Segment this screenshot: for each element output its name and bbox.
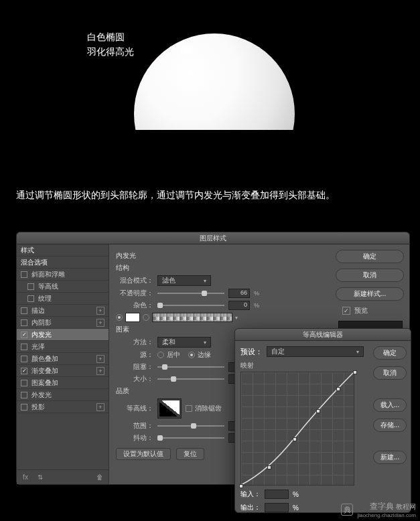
styles-header[interactable]: 样式 — [17, 244, 109, 256]
opacity-field[interactable]: 66 — [228, 289, 250, 298]
antialias-checkbox[interactable] — [186, 405, 192, 412]
effect-item-11[interactable]: 投影+ — [17, 401, 109, 413]
ce-new-button[interactable]: 新建... — [373, 451, 407, 464]
effect-checkbox[interactable] — [21, 368, 27, 374]
size-label: 大小： — [116, 374, 153, 384]
size-slider[interactable] — [157, 378, 224, 380]
ce-cancel-button[interactable]: 取消 — [373, 366, 407, 380]
effect-item-0[interactable]: 斜面和浮雕 — [17, 269, 109, 281]
contour-grid[interactable] — [240, 372, 354, 486]
effect-label: 纹理 — [38, 293, 104, 305]
noise-label: 杂色： — [116, 301, 153, 310]
trash-icon[interactable]: 🗑 — [95, 473, 104, 482]
range-label: 范围： — [116, 421, 153, 431]
ce-load-button[interactable]: 载入... — [373, 398, 407, 412]
source-center-radio[interactable] — [157, 352, 164, 358]
plus-icon[interactable]: + — [96, 403, 104, 411]
watermark: 典 查字典 教程网 jiaocheng.chazidian.com — [341, 501, 416, 518]
blend-options-header[interactable]: 混合选项 — [17, 256, 109, 269]
fx-icon[interactable]: fx — [21, 473, 30, 482]
input-label: 输入： — [240, 490, 261, 499]
mapping-label: 映射 — [240, 361, 364, 370]
curve-point[interactable] — [239, 484, 243, 488]
contour-editor-dialog: 等高线编辑器 预设： 自定 映射 输入： % 输出： % — [234, 328, 411, 513]
up-down-icon[interactable]: ⇅ — [36, 473, 45, 482]
effect-label: 内发光 — [31, 329, 104, 341]
chevron-down-icon[interactable]: ▾ — [235, 315, 238, 321]
opacity-label: 不透明度： — [116, 289, 153, 298]
effect-checkbox[interactable] — [27, 295, 34, 302]
effect-label: 内阴影 — [31, 317, 96, 329]
preset-dropdown[interactable]: 自定 — [267, 346, 364, 357]
effect-label: 等高线 — [38, 281, 104, 293]
effect-label: 图案叠加 — [31, 377, 104, 389]
effect-item-3[interactable]: 描边+ — [17, 305, 109, 317]
annotation-line2: 羽化得高光 — [87, 44, 134, 59]
curve-point[interactable] — [267, 465, 271, 469]
plus-icon[interactable]: + — [96, 367, 104, 375]
effect-checkbox[interactable] — [21, 344, 27, 350]
range-slider[interactable] — [157, 425, 224, 427]
reset-button[interactable]: 复位 — [176, 448, 204, 460]
new-style-button[interactable]: 新建样式... — [336, 287, 404, 301]
effect-checkbox[interactable] — [27, 283, 34, 290]
effect-item-7[interactable]: 颜色叠加+ — [17, 353, 109, 365]
noise-slider[interactable] — [157, 305, 224, 306]
effect-checkbox[interactable] — [21, 392, 27, 398]
effect-checkbox[interactable] — [21, 380, 27, 386]
effect-item-6[interactable]: 光泽 — [17, 341, 109, 353]
solid-color-radio[interactable] — [116, 314, 123, 321]
effect-item-5[interactable]: 内发光 — [17, 329, 109, 341]
effect-label: 外发光 — [31, 389, 104, 401]
curve-point[interactable] — [316, 409, 320, 413]
effect-item-2[interactable]: 纹理 — [17, 293, 109, 305]
curve-point[interactable] — [336, 387, 340, 391]
output-label: 输出： — [240, 503, 261, 512]
plus-icon[interactable]: + — [96, 307, 104, 315]
ok-button[interactable]: 确定 — [336, 250, 404, 263]
effect-checkbox[interactable] — [21, 404, 27, 411]
annotation-line1: 白色椭圆 — [87, 29, 134, 44]
technique-label: 方法： — [116, 338, 153, 347]
effect-label: 投影 — [31, 401, 96, 413]
effect-item-4[interactable]: 内阴影+ — [17, 317, 109, 329]
effect-checkbox[interactable] — [21, 319, 27, 326]
effects-sidebar: 样式 混合选项 斜面和浮雕等高线纹理描边+内阴影+内发光光泽颜色叠加+渐变叠加+… — [17, 244, 109, 484]
noise-field[interactable]: 0 — [228, 301, 250, 310]
opacity-slider[interactable] — [157, 293, 224, 294]
contour-thumb[interactable] — [157, 398, 182, 419]
effect-label: 描边 — [31, 305, 96, 317]
ce-save-button[interactable]: 存储... — [373, 419, 407, 432]
curve-point[interactable] — [353, 370, 357, 374]
gradient-radio[interactable] — [143, 314, 149, 321]
reset-default-button[interactable]: 设置为默认值 — [116, 448, 171, 460]
source-label: 源： — [116, 350, 153, 360]
blend-mode-dropdown[interactable]: 滤色 — [157, 275, 211, 286]
preview-checkbox[interactable] — [342, 307, 350, 315]
jitter-slider[interactable] — [157, 437, 224, 439]
glow-color-swatch[interactable] — [125, 313, 140, 322]
effect-item-8[interactable]: 渐变叠加+ — [17, 365, 109, 377]
gradient-bar[interactable] — [152, 313, 232, 322]
structure-label: 结构 — [116, 263, 324, 273]
effect-item-1[interactable]: 等高线 — [17, 281, 109, 293]
effect-item-10[interactable]: 外发光 — [17, 389, 109, 401]
effect-item-9[interactable]: 图案叠加 — [17, 377, 109, 389]
jitter-label: 抖动： — [116, 433, 153, 443]
technique-dropdown[interactable]: 柔和 — [157, 337, 211, 348]
effect-checkbox[interactable] — [21, 331, 27, 338]
dialog-title: 图层样式 — [17, 232, 409, 244]
choke-slider[interactable] — [157, 366, 224, 368]
input-field[interactable] — [265, 490, 289, 499]
curve-point[interactable] — [293, 437, 297, 441]
plus-icon[interactable]: + — [96, 355, 104, 363]
ce-ok-button[interactable]: 确定 — [373, 346, 407, 360]
effect-checkbox[interactable] — [21, 356, 27, 362]
source-edge-radio[interactable] — [188, 352, 195, 358]
output-field[interactable] — [265, 503, 289, 512]
effect-checkbox[interactable] — [21, 307, 27, 314]
effect-checkbox[interactable] — [21, 271, 27, 278]
dome-illustration — [134, 33, 295, 154]
cancel-button[interactable]: 取消 — [336, 269, 404, 282]
plus-icon[interactable]: + — [96, 319, 104, 327]
